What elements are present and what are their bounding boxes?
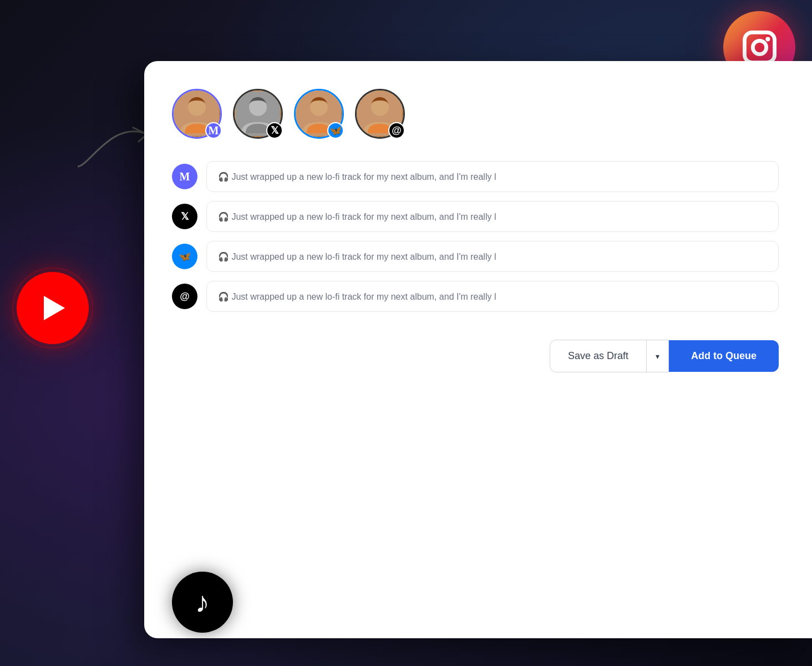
main-card: M 𝕏	[144, 61, 812, 638]
instagram-camera-icon	[742, 29, 778, 65]
save-draft-label: Save as Draft	[550, 340, 647, 372]
save-draft-button[interactable]: Save as Draft ▾	[550, 340, 669, 372]
svg-rect-0	[744, 32, 774, 62]
bluesky-butterfly-icon: 🦋	[329, 124, 342, 137]
post-row-mastodon: M	[172, 161, 779, 192]
threads-post-input[interactable]	[206, 281, 779, 312]
arrow-decoration	[67, 111, 155, 178]
avatar-bluesky[interactable]: 🦋	[294, 89, 344, 139]
post-rows: M 𝕏 🦋 @	[172, 161, 779, 312]
youtube-play-icon	[44, 296, 65, 320]
avatar-mastodon[interactable]: M	[172, 89, 222, 139]
mastodon-badge: M	[205, 122, 222, 139]
threads-platform-icon: @	[172, 284, 197, 309]
x-letter-icon: 𝕏	[271, 124, 279, 137]
mastodon-m-icon: M	[209, 124, 219, 137]
x-post-input[interactable]	[206, 201, 779, 232]
avatar-x[interactable]: 𝕏	[233, 89, 283, 139]
post-row-x: 𝕏	[172, 201, 779, 232]
svg-point-2	[765, 37, 770, 41]
svg-point-1	[753, 41, 766, 54]
bluesky-platform-icon: 🦋	[172, 244, 197, 269]
x-platform-icon: 𝕏	[172, 204, 197, 229]
youtube-icon[interactable]	[17, 272, 89, 344]
avatar-threads[interactable]: @	[355, 89, 405, 139]
post-row-threads: @	[172, 281, 779, 312]
mastodon-platform-icon: M	[172, 164, 197, 189]
post-row-bluesky: 🦋	[172, 241, 779, 272]
tiktok-note-icon: ♪	[195, 586, 210, 619]
tiktok-icon[interactable]: ♪	[172, 572, 233, 633]
mastodon-post-input[interactable]	[206, 161, 779, 192]
x-badge: 𝕏	[266, 122, 283, 139]
add-to-queue-button[interactable]: Add to Queue	[669, 340, 779, 372]
threads-at-icon: @	[392, 125, 402, 137]
threads-badge: @	[388, 122, 405, 139]
bluesky-post-input[interactable]	[206, 241, 779, 272]
chevron-down-icon[interactable]: ▾	[647, 342, 668, 371]
avatar-row: M 𝕏	[172, 89, 779, 139]
bluesky-badge: 🦋	[327, 122, 344, 139]
bottom-actions: Save as Draft ▾ Add to Queue	[172, 340, 779, 372]
